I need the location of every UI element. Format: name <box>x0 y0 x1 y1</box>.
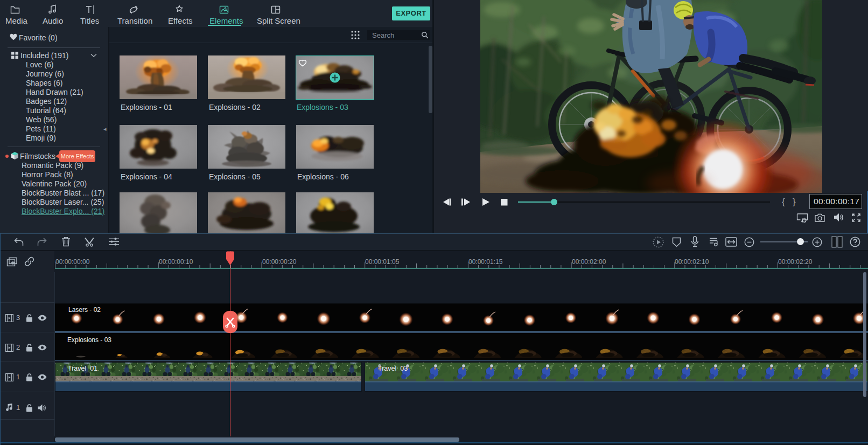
svg-text:Explosions - 03: Explosions - 03 <box>67 336 111 344</box>
svg-text:Travel_01: Travel_01 <box>68 365 97 372</box>
svg-text:Lasers - 02: Lasers - 02 <box>68 306 101 314</box>
svg-text:Travel_03: Travel_03 <box>378 365 408 372</box>
